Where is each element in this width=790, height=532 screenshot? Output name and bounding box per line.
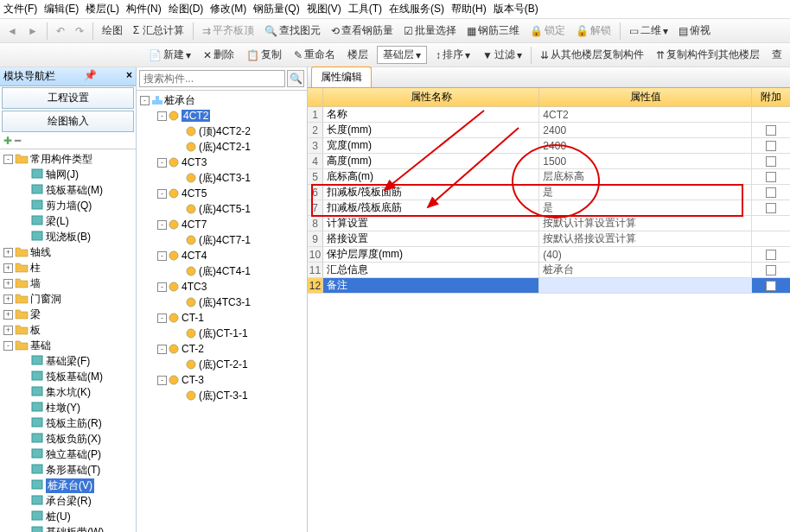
copy-to-floor-button[interactable]: ⇈ 复制构件到其他楼层 (653, 46, 763, 64)
prop-value[interactable]: 按默认搭接设置计算 (539, 231, 752, 246)
unlock-button[interactable]: 🔓 解锁 (572, 22, 615, 40)
view-rebar-button[interactable]: ⟲ 查看钢筋量 (328, 22, 397, 40)
component-item[interactable]: (底)CT-2-1 (137, 357, 307, 372)
component-item[interactable]: -4CT4 (137, 248, 307, 263)
checkbox[interactable] (766, 281, 776, 291)
expand-toggle[interactable]: + (3, 294, 13, 304)
expand-toggle[interactable]: + (3, 263, 13, 273)
redo-icon[interactable]: ↷ (72, 23, 87, 39)
component-item[interactable]: (顶)4CT2-2 (137, 124, 307, 139)
component-item[interactable]: (底)4CT4-1 (137, 263, 307, 279)
tree-item[interactable]: 梁(L) (0, 213, 136, 229)
expand-toggle[interactable]: - (157, 189, 167, 199)
checkbox[interactable] (766, 172, 776, 182)
expand-toggle[interactable]: + (3, 279, 13, 288)
prop-value[interactable]: 桩承台 (539, 263, 752, 277)
expand-icon[interactable]: ✚ (3, 135, 12, 147)
property-row[interactable]: 8计算设置按默认计算设置计算 (308, 216, 790, 231)
copy-button[interactable]: 📋 复制 (243, 46, 285, 64)
toolbar-next[interactable]: ► (24, 23, 41, 39)
tree-item[interactable]: +板 (0, 322, 136, 338)
tree-item[interactable]: +墙 (0, 276, 136, 291)
tree-item[interactable]: 基础板带(W) (0, 524, 136, 532)
filter-button[interactable]: ▼ 过滤 ▾ (479, 46, 526, 64)
expand-toggle[interactable]: - (157, 111, 167, 121)
property-row[interactable]: 12备注 (308, 278, 790, 294)
property-row[interactable]: 2长度(mm)2400 (308, 123, 790, 138)
collapse-icon[interactable]: ━ (15, 135, 21, 147)
menu-item[interactable]: 编辑(E) (44, 2, 79, 16)
tree-item[interactable]: 筏板基础(M) (0, 369, 136, 384)
category-tree[interactable]: -常用构件类型轴网(J)筏板基础(M)剪力墙(Q)梁(L)现浇板(B)+轴线+柱… (0, 149, 136, 532)
menu-item[interactable]: 在线服务(S) (389, 2, 444, 16)
expand-toggle[interactable]: + (3, 326, 13, 335)
expand-toggle[interactable]: - (157, 251, 167, 261)
more-button[interactable]: 查 (768, 46, 786, 64)
property-row[interactable]: 4高度(mm)1500 (308, 154, 790, 169)
pin-icon[interactable]: 📌 (84, 69, 97, 84)
menu-item[interactable]: 构件(N) (126, 2, 162, 16)
checkbox[interactable] (766, 203, 776, 213)
tree-item[interactable]: 承台梁(R) (0, 493, 136, 509)
sort-button[interactable]: ↕ 排序 ▾ (432, 46, 474, 64)
tree-item[interactable]: 筏板基础(M) (0, 182, 136, 198)
component-item[interactable]: (底)4TC3-1 (137, 294, 307, 310)
menu-item[interactable]: 版本号(B) (494, 2, 538, 16)
new-button[interactable]: 📄 新建 ▾ (145, 46, 194, 64)
tree-item[interactable]: +柱 (0, 260, 136, 276)
rebar-3d-button[interactable]: ▦ 钢筋三维 (463, 22, 523, 40)
prop-value[interactable]: (40) (539, 247, 752, 262)
component-item[interactable]: -桩承台 (137, 92, 307, 108)
component-item[interactable]: -4CT5 (137, 186, 307, 201)
tree-item[interactable]: -常用构件类型 (0, 151, 136, 167)
expand-toggle[interactable]: - (157, 220, 167, 230)
delete-button[interactable]: ✕ 删除 (200, 46, 238, 64)
expand-toggle[interactable]: - (157, 345, 167, 354)
component-item[interactable]: -4CT7 (137, 217, 307, 232)
expand-toggle[interactable]: + (3, 310, 13, 320)
tree-item[interactable]: 现浇板(B) (0, 229, 136, 244)
expand-toggle[interactable]: + (3, 248, 13, 257)
checkbox[interactable] (766, 187, 776, 198)
tree-item[interactable]: +门窗洞 (0, 291, 136, 307)
menu-item[interactable]: 工具(T) (348, 2, 382, 16)
menu-item[interactable]: 钢筋量(Q) (253, 2, 299, 16)
property-row[interactable]: 10保护层厚度(mm)(40) (308, 247, 790, 263)
tree-item[interactable]: 桩(U) (0, 509, 136, 524)
menu-item[interactable]: 文件(F) (3, 2, 37, 16)
prop-value[interactable]: 层底标高 (539, 169, 752, 184)
tree-item[interactable]: 剪力墙(Q) (0, 198, 136, 213)
tree-item[interactable]: +轴线 (0, 244, 136, 260)
checkbox[interactable] (766, 125, 776, 136)
component-item[interactable]: (底)4CT5-1 (137, 201, 307, 217)
rename-button[interactable]: ✎ 重命名 (290, 46, 339, 64)
menu-item[interactable]: 帮助(H) (451, 2, 487, 16)
tree-item[interactable]: 独立基础(P) (0, 446, 136, 462)
menu-item[interactable]: 绘图(D) (169, 2, 204, 16)
copy-from-floor-button[interactable]: ⇊ 从其他楼层复制构件 (537, 46, 647, 64)
menu-item[interactable]: 视图(V) (307, 2, 341, 16)
undo-icon[interactable]: ↶ (53, 23, 68, 39)
lock-button[interactable]: 🔒 锁定 (526, 22, 569, 40)
nav-draw-input[interactable]: 绘图输入 (2, 111, 134, 132)
sum-button[interactable]: Σ 汇总计算 (130, 22, 188, 40)
component-item[interactable]: (底)4CT2-1 (137, 139, 307, 155)
component-item[interactable]: -4CT2 (137, 108, 307, 124)
property-row[interactable]: 5底标高(m)层底标高 (308, 169, 790, 185)
component-tree[interactable]: -桩承台-4CT2(顶)4CT2-2(底)4CT2-1-4CT3(底)4CT3-… (137, 91, 307, 532)
checkbox[interactable] (766, 156, 776, 167)
search-input[interactable] (139, 70, 285, 87)
topview-button[interactable]: ▤ 俯视 (675, 22, 714, 40)
checkbox[interactable] (766, 250, 776, 260)
component-item[interactable]: (底)CT-3-1 (137, 388, 307, 403)
tab-property-edit[interactable]: 属性编辑 (311, 66, 372, 87)
batch-select-button[interactable]: ☑ 批量选择 (400, 22, 460, 40)
search-go-icon[interactable]: 🔍 (287, 70, 304, 87)
tree-item[interactable]: 筏板主筋(R) (0, 415, 136, 431)
tree-item[interactable]: -基础 (0, 338, 136, 353)
expand-toggle[interactable]: - (3, 341, 13, 351)
checkbox[interactable] (766, 141, 776, 151)
component-item[interactable]: (底)4CT3-1 (137, 170, 307, 186)
expand-toggle[interactable]: - (157, 282, 167, 292)
draw-button[interactable]: 绘图 (99, 22, 126, 40)
